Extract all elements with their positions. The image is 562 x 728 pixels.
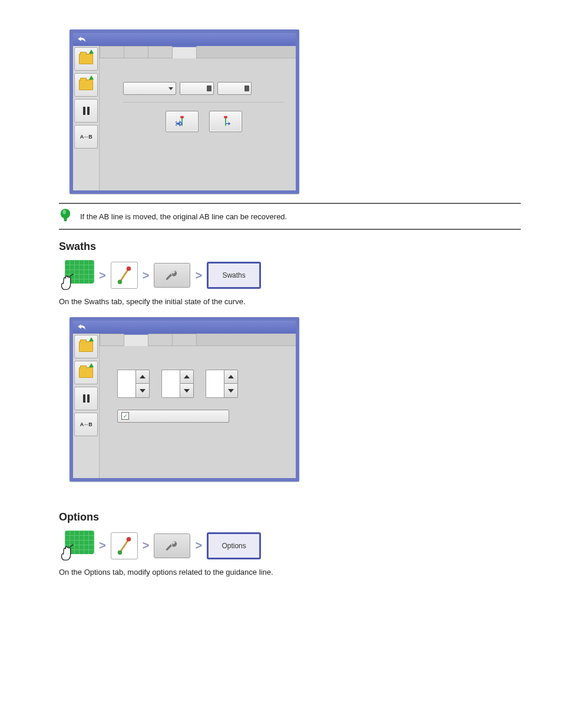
swath-spinner-1 (117, 370, 150, 398)
swath-1-increment[interactable] (135, 370, 150, 384)
pause-button[interactable] (74, 99, 98, 123)
shift-distance-input-2[interactable] (217, 82, 252, 95)
window-titlebar (73, 33, 296, 46)
chevron-right-icon: > (195, 269, 202, 282)
shift-right-icon (219, 115, 232, 128)
options-heading: Options (59, 511, 521, 523)
svg-line-12 (120, 269, 128, 282)
tab-3[interactable] (148, 334, 173, 345)
tab-1[interactable] (100, 46, 124, 58)
import-file-button[interactable] (74, 73, 98, 97)
tab-1[interactable] (100, 334, 124, 345)
settings-wrench-button[interactable] (154, 263, 190, 288)
open-file-button[interactable] (74, 47, 98, 71)
options-description: On the Options tab, modify options relat… (59, 567, 521, 578)
options-tab-button[interactable]: Options (207, 532, 261, 559)
tab-2[interactable] (124, 46, 148, 58)
shift-direction-dropdown[interactable] (123, 82, 176, 95)
touchscreen-icon (59, 260, 94, 291)
folder-open-icon (79, 54, 93, 64)
open-file-button[interactable] (74, 335, 98, 358)
swath-value-1[interactable] (117, 370, 135, 398)
tab-3[interactable] (148, 46, 173, 58)
svg-point-17 (117, 550, 122, 555)
svg-rect-4 (224, 116, 227, 118)
swath-spinner-3 (206, 370, 238, 398)
shift-right-button[interactable] (209, 111, 242, 132)
swaths-navigation-breadcrumb: > > > Swaths (59, 260, 521, 291)
swaths-description: On the Swaths tab, specify the initial s… (59, 297, 521, 308)
tab-4[interactable] (172, 334, 197, 345)
checkbox-icon: ✓ (121, 412, 129, 420)
chevron-up-icon (228, 375, 234, 378)
chevron-right-icon: > (143, 269, 150, 282)
options-tab-label: Options (222, 542, 246, 550)
window-titlebar (73, 321, 296, 334)
tip-text: If the AB line is moved, the original AB… (80, 212, 287, 221)
swath-3-increment[interactable] (224, 370, 238, 384)
swaths-tab-button[interactable]: Swaths (207, 262, 261, 289)
folder-import-icon (79, 367, 93, 378)
import-file-button[interactable] (74, 361, 98, 384)
folder-import-icon (79, 80, 93, 90)
undo-icon[interactable] (77, 35, 87, 44)
settings-wrench-button[interactable] (154, 533, 190, 558)
svg-rect-10 (64, 220, 67, 221)
chevron-down-icon (184, 389, 190, 393)
swath-1-decrement[interactable] (135, 384, 150, 398)
guidance-line-icon-button[interactable] (111, 262, 138, 289)
window-content (100, 46, 296, 190)
svg-point-18 (126, 537, 131, 542)
swath-2-decrement[interactable] (180, 384, 194, 398)
swath-value-3[interactable] (206, 370, 224, 398)
svg-marker-2 (177, 122, 179, 126)
window-sidebar: A↔B (73, 46, 100, 190)
guidance-edit-window-shift: A↔B (70, 29, 299, 194)
numeric-keypad-icon (207, 85, 211, 91)
chevron-down-icon (140, 389, 146, 393)
swaths-tab-label: Swaths (222, 271, 245, 279)
shift-left-icon (176, 115, 189, 128)
tab-4-shift[interactable] (172, 46, 197, 58)
touchscreen-icon (59, 531, 94, 561)
shift-left-button[interactable] (166, 111, 199, 132)
folder-open-icon (79, 341, 93, 352)
swath-spinner-2 (161, 370, 194, 398)
svg-rect-3 (225, 117, 226, 126)
swath-2-increment[interactable] (180, 370, 194, 384)
pause-icon (83, 107, 90, 115)
shift-distance-input-1[interactable] (180, 82, 214, 95)
chevron-right-icon: > (99, 539, 106, 552)
numeric-keypad-icon (244, 85, 249, 91)
pause-button[interactable] (74, 387, 98, 410)
svg-point-13 (117, 280, 122, 285)
a-to-b-icon: A↔B (80, 134, 92, 140)
swath-3-decrement[interactable] (224, 384, 238, 398)
tab-strip (100, 334, 296, 346)
swaths-pane: ✓ (100, 346, 296, 429)
chevron-down-icon (168, 87, 173, 90)
guidance-edit-window-swaths: A↔B (70, 317, 299, 482)
window-sidebar: A↔B (73, 334, 100, 478)
a-to-b-icon: A↔B (80, 421, 92, 427)
svg-line-15 (70, 545, 74, 547)
swath-option-checkbox[interactable]: ✓ (117, 410, 229, 423)
chevron-right-icon: > (99, 269, 106, 282)
options-navigation-breadcrumb: > > > Options (59, 531, 521, 561)
lightbulb-icon (59, 207, 72, 225)
svg-point-8 (62, 210, 66, 214)
undo-icon[interactable] (77, 323, 87, 331)
guidance-line-icon-button[interactable] (111, 532, 138, 559)
a-to-b-button[interactable]: A↔B (74, 413, 98, 436)
swath-value-2[interactable] (161, 370, 180, 398)
wrench-icon (164, 538, 180, 554)
svg-marker-5 (228, 122, 230, 126)
svg-line-11 (70, 274, 74, 276)
svg-rect-1 (180, 116, 184, 118)
chevron-up-icon (184, 375, 190, 378)
document-page: A↔B (0, 0, 562, 728)
chevron-right-icon: > (195, 539, 202, 552)
a-to-b-button[interactable]: A↔B (74, 125, 98, 149)
tab-2-swaths[interactable] (124, 334, 148, 346)
swaths-heading: Swaths (59, 241, 521, 253)
